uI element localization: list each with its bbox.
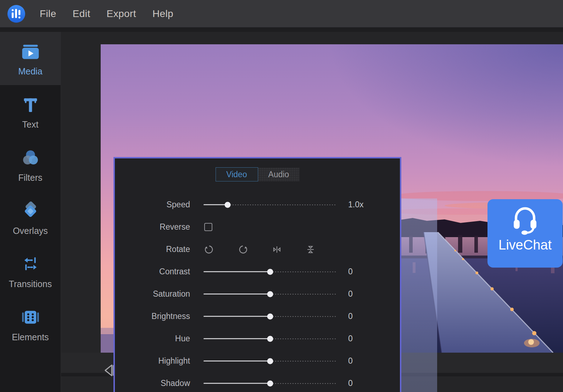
shadow-slider-handle[interactable] — [267, 380, 273, 386]
dialog-rows: Speed1.0xReverseRotateContrast0Saturatio… — [115, 194, 400, 392]
app-logo-icon — [7, 5, 26, 23]
dialog-row-rotate: Rotate — [115, 238, 400, 261]
selection-overlay-strip — [401, 198, 437, 392]
rotate-cw-icon[interactable] — [238, 245, 248, 254]
shadow-slider[interactable] — [204, 380, 336, 386]
highlight-slider[interactable] — [204, 358, 336, 364]
rotate-buttons — [204, 245, 316, 254]
row-control — [204, 380, 336, 386]
menu-bar: FileEditExportHelp — [0, 0, 563, 27]
menu-items: FileEditExportHelp — [40, 8, 173, 19]
brightness-slider-handle[interactable] — [267, 313, 273, 319]
menu-item-edit[interactable]: Edit — [73, 8, 90, 19]
flip-vertical-icon[interactable] — [306, 245, 316, 254]
filters-icon — [19, 147, 41, 169]
slider-fill — [204, 293, 270, 295]
livechat-label: LiveChat — [498, 237, 552, 253]
sidebar-item-text[interactable]: Text — [0, 85, 61, 138]
headset-icon — [509, 203, 541, 237]
contrast-slider-handle[interactable] — [267, 269, 273, 275]
slider-fill — [204, 204, 228, 205]
sidebar-item-label: Elements — [12, 332, 49, 342]
saturation-slider[interactable] — [204, 291, 336, 297]
row-label-hue: Hue — [115, 334, 190, 343]
elements-icon — [19, 306, 41, 328]
menu-item-help[interactable]: Help — [152, 8, 173, 19]
slider-remainder — [228, 205, 337, 205]
sidebar-item-overlays[interactable]: Overlays — [0, 191, 61, 245]
sidebar-item-filters[interactable]: Filters — [0, 138, 61, 191]
hue-slider[interactable] — [204, 336, 336, 342]
menu-item-file[interactable]: File — [40, 8, 56, 19]
slider-fill — [204, 383, 270, 384]
saturation-value: 0 — [348, 289, 353, 299]
tab-video[interactable]: Video — [216, 167, 258, 181]
sidebar-item-label: Media — [18, 66, 42, 77]
tab-audio[interactable]: Audio — [258, 168, 300, 181]
reverse-checkbox[interactable] — [204, 223, 212, 231]
row-label-contrast: Contrast — [115, 267, 190, 276]
slider-remainder — [270, 361, 337, 362]
row-control — [204, 358, 336, 364]
dialog-row-contrast: Contrast0 — [115, 261, 400, 283]
speed-slider-handle[interactable] — [224, 202, 230, 208]
dialog-row-highlight: Highlight0 — [115, 350, 400, 372]
dialog-row-hue: Hue0 — [115, 327, 400, 350]
slider-fill — [204, 316, 270, 317]
slider-fill — [204, 271, 270, 272]
contrast-slider[interactable] — [204, 269, 336, 275]
contrast-value: 0 — [348, 267, 353, 276]
livechat-button[interactable]: LiveChat — [487, 199, 563, 268]
clip-properties-dialog: VideoAudio Speed1.0xReverseRotateContras… — [113, 157, 401, 392]
slider-fill — [204, 360, 270, 362]
row-control — [204, 336, 336, 342]
transitions-icon — [19, 253, 41, 275]
flip-horizontal-icon[interactable] — [272, 245, 282, 254]
sidebar-item-label: Text — [22, 119, 39, 130]
media-icon — [19, 40, 41, 62]
saturation-slider-handle[interactable] — [267, 291, 273, 297]
slider-fill — [204, 338, 270, 339]
row-label-brightness: Brightness — [115, 312, 190, 321]
dialog-row-brightness: Brightness0 — [115, 305, 400, 327]
row-label-speed: Speed — [115, 200, 190, 209]
sidebar-item-transitions[interactable]: Transitions — [0, 245, 61, 298]
hue-value: 0 — [348, 334, 353, 343]
slider-remainder — [270, 294, 337, 295]
highlight-slider-handle[interactable] — [267, 358, 273, 364]
row-label-saturation: Saturation — [115, 289, 190, 299]
sidebar: MediaTextFiltersOverlaysTransitionsEleme… — [0, 27, 61, 392]
shadow-value: 0 — [348, 379, 353, 388]
sidebar-item-media[interactable]: Media — [0, 32, 61, 85]
dialog-row-saturation: Saturation0 — [115, 283, 400, 305]
text-icon — [19, 94, 41, 116]
row-control — [204, 245, 336, 254]
menu-item-export[interactable]: Export — [107, 8, 136, 19]
slider-remainder — [270, 316, 337, 317]
rotate-ccw-icon[interactable] — [204, 245, 214, 254]
row-control — [204, 223, 336, 231]
slider-remainder — [270, 383, 337, 384]
row-control — [204, 202, 336, 208]
sidebar-item-label: Transitions — [9, 279, 52, 289]
row-label-reverse: Reverse — [115, 222, 190, 232]
speed-slider[interactable] — [204, 202, 336, 208]
dialog-tabs: VideoAudio — [115, 167, 400, 181]
row-control — [204, 269, 336, 275]
sidebar-item-elements[interactable]: Elements — [0, 298, 61, 351]
hue-slider-handle[interactable] — [267, 336, 273, 342]
slider-remainder — [270, 338, 337, 339]
dialog-row-speed: Speed1.0x — [115, 194, 400, 216]
row-control — [204, 291, 336, 297]
brightness-slider[interactable] — [204, 313, 336, 319]
dialog-row-shadow: Shadow0 — [115, 372, 400, 392]
sidebar-item-label: Filters — [18, 173, 42, 183]
speed-value: 1.0x — [348, 200, 363, 209]
sidebar-item-label: Overlays — [13, 226, 48, 236]
topbar-shadow — [0, 27, 563, 32]
overlays-icon — [19, 200, 41, 222]
highlight-value: 0 — [348, 356, 353, 366]
slider-remainder — [270, 271, 337, 272]
row-control — [204, 313, 336, 319]
row-label-highlight: Highlight — [115, 356, 190, 366]
